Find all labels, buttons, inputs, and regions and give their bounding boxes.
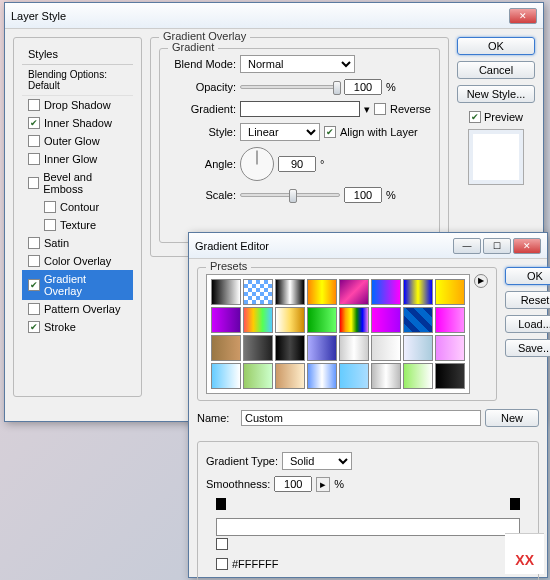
style-item-drop-shadow[interactable]: Drop Shadow [22,96,133,114]
preset-swatch[interactable] [371,279,401,305]
style-checkbox[interactable] [28,255,40,267]
preset-swatch[interactable] [211,279,241,305]
load-button[interactable]: Load... [505,315,550,333]
style-checkbox[interactable] [28,117,40,129]
style-checkbox[interactable] [44,219,56,231]
preset-swatch[interactable] [403,335,433,361]
color-stop-swatch[interactable] [216,558,228,570]
preset-swatch[interactable] [371,335,401,361]
style-item-pattern-overlay[interactable]: Pattern Overlay [22,300,133,318]
style-item-inner-glow[interactable]: Inner Glow [22,150,133,168]
color-stop-bar[interactable] [216,538,520,556]
smoothness-stepper-icon[interactable]: ▸ [316,477,330,492]
layer-style-titlebar[interactable]: Layer Style ✕ [5,3,543,29]
opacity-input[interactable] [344,79,382,95]
preset-swatch[interactable] [435,335,465,361]
new-button[interactable]: New [485,409,539,427]
gradient-name-input[interactable] [241,410,481,426]
opacity-stop-bar[interactable] [216,498,520,516]
smoothness-input[interactable] [274,476,312,492]
reset-button[interactable]: Reset [505,291,550,309]
opacity-slider[interactable] [240,85,340,89]
gradient-bar[interactable] [216,518,520,536]
style-item-texture[interactable]: Texture [22,216,133,234]
style-item-color-overlay[interactable]: Color Overlay [22,252,133,270]
preset-swatch[interactable] [275,307,305,333]
preset-swatch[interactable] [403,279,433,305]
blend-mode-select[interactable]: Normal [240,55,355,73]
preset-swatch[interactable] [243,279,273,305]
style-checkbox[interactable] [28,321,40,333]
style-checkbox[interactable] [28,135,40,147]
minimize-icon[interactable]: — [453,238,481,254]
angle-dial[interactable] [240,147,274,181]
preset-swatch[interactable] [243,335,273,361]
scale-input[interactable] [344,187,382,203]
preset-swatch[interactable] [307,279,337,305]
style-item-label: Bevel and Emboss [43,171,127,195]
style-item-outer-glow[interactable]: Outer Glow [22,132,133,150]
style-checkbox[interactable] [44,201,56,213]
style-checkbox[interactable] [28,153,40,165]
preset-swatch[interactable] [211,307,241,333]
style-item-label: Drop Shadow [44,99,111,111]
close-icon[interactable]: ✕ [509,8,537,24]
align-checkbox[interactable] [324,126,336,138]
gradient-swatch[interactable] [240,101,360,117]
preset-swatch[interactable] [339,279,369,305]
angle-input[interactable] [278,156,316,172]
style-checkbox[interactable] [28,237,40,249]
preset-swatch[interactable] [307,307,337,333]
preset-menu-icon[interactable]: ▶ [474,274,488,288]
style-checkbox[interactable] [28,99,40,111]
deg-label: ° [320,158,324,170]
preset-swatch[interactable] [211,335,241,361]
preset-swatch[interactable] [339,307,369,333]
preset-swatch[interactable] [403,307,433,333]
close-icon[interactable]: ✕ [513,238,541,254]
preset-swatch[interactable] [435,307,465,333]
preset-swatch[interactable] [435,363,465,389]
style-item-inner-shadow[interactable]: Inner Shadow [22,114,133,132]
preset-swatch[interactable] [435,279,465,305]
gradient-style-select[interactable]: Linear [240,123,320,141]
cancel-button[interactable]: Cancel [457,61,535,79]
preset-swatch[interactable] [243,307,273,333]
preset-swatch[interactable] [243,363,273,389]
new-style-button[interactable]: New Style... [457,85,535,103]
gradient-type-select[interactable]: Solid [282,452,352,470]
blending-options-row[interactable]: Blending Options: Default [22,65,133,96]
style-checkbox[interactable] [28,303,40,315]
style-item-contour[interactable]: Contour [22,198,133,216]
style-item-gradient-overlay[interactable]: Gradient Overlay [22,270,133,300]
preset-swatch[interactable] [211,363,241,389]
preset-swatch[interactable] [371,307,401,333]
style-item-stroke[interactable]: Stroke [22,318,133,336]
scale-slider[interactable] [240,193,340,197]
ok-button[interactable]: OK [505,267,550,285]
preset-swatch[interactable] [307,335,337,361]
preset-swatch[interactable] [307,363,337,389]
preset-swatch[interactable] [371,363,401,389]
style-checkbox[interactable] [28,177,39,189]
maximize-icon[interactable]: ☐ [483,238,511,254]
preview-checkbox[interactable] [469,111,481,123]
style-item-satin[interactable]: Satin [22,234,133,252]
gradient-dropdown-icon[interactable]: ▾ [364,103,370,116]
gradient-editor-buttons: OK Reset Load... Save... [505,267,550,401]
ok-button[interactable]: OK [457,37,535,55]
smoothness-label: Smoothness: [206,478,270,490]
preset-swatch[interactable] [403,363,433,389]
preset-swatch[interactable] [339,335,369,361]
style-item-label: Pattern Overlay [44,303,120,315]
preset-swatch[interactable] [339,363,369,389]
preset-swatch[interactable] [275,335,305,361]
gradient-editor-titlebar[interactable]: Gradient Editor — ☐ ✕ [189,233,547,259]
style-item-bevel-and-emboss[interactable]: Bevel and Emboss [22,168,133,198]
styles-header[interactable]: Styles [22,44,133,65]
style-checkbox[interactable] [28,279,40,291]
preset-swatch[interactable] [275,363,305,389]
preset-swatch[interactable] [275,279,305,305]
reverse-checkbox[interactable] [374,103,386,115]
save-button[interactable]: Save... [505,339,550,357]
